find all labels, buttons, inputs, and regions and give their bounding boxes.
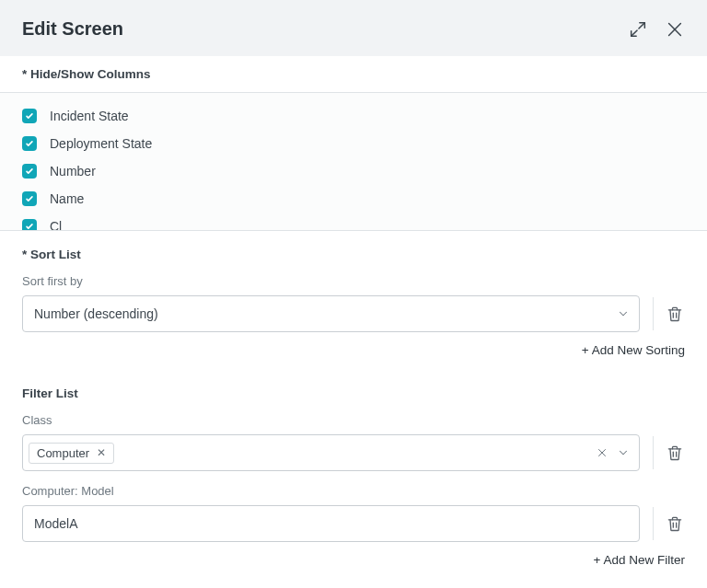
checkbox-icon[interactable] bbox=[22, 136, 37, 151]
divider bbox=[653, 507, 654, 540]
modal-header: Edit Screen bbox=[0, 0, 707, 56]
trash-icon[interactable] bbox=[665, 443, 685, 463]
filter-class-chip-wrap: Computer ✕ bbox=[29, 443, 597, 464]
filter-class-chip[interactable]: Computer ✕ bbox=[29, 443, 114, 464]
column-row-number[interactable]: Number bbox=[22, 157, 685, 185]
expand-icon[interactable] bbox=[628, 19, 648, 40]
trash-icon[interactable] bbox=[665, 513, 685, 534]
filter-class-label: Class bbox=[22, 408, 685, 434]
filter-class-select[interactable]: Computer ✕ bbox=[22, 434, 640, 471]
checkbox-icon[interactable] bbox=[22, 109, 37, 123]
filter-class-row: Computer ✕ bbox=[22, 434, 685, 471]
divider bbox=[653, 297, 654, 330]
sort-first-select[interactable]: Number (descending) bbox=[22, 295, 640, 332]
column-label: Cl bbox=[50, 219, 62, 231]
column-label: Deployment State bbox=[50, 136, 152, 151]
sort-heading: * Sort List bbox=[22, 244, 685, 269]
header-actions bbox=[628, 19, 685, 40]
checkbox-icon[interactable] bbox=[22, 164, 37, 179]
column-row-cl[interactable]: Cl bbox=[22, 213, 685, 231]
page-title: Edit Screen bbox=[22, 18, 123, 40]
sort-first-label: Sort first by bbox=[22, 269, 685, 295]
sort-section: * Sort List Sort first by Number (descen… bbox=[0, 231, 707, 364]
column-row-incident-state[interactable]: Incident State bbox=[22, 102, 685, 130]
column-row-name[interactable]: Name bbox=[22, 185, 685, 213]
columns-heading: * Hide/Show Columns bbox=[0, 56, 707, 93]
chip-remove-icon[interactable]: ✕ bbox=[97, 446, 106, 459]
close-icon[interactable] bbox=[665, 19, 685, 40]
divider bbox=[653, 436, 654, 469]
add-sorting-link[interactable]: + Add New Sorting bbox=[22, 332, 685, 364]
sort-first-row: Number (descending) bbox=[22, 295, 685, 332]
checkbox-icon[interactable] bbox=[22, 191, 37, 206]
add-filter-link[interactable]: + Add New Filter bbox=[22, 542, 685, 574]
chevron-down-icon bbox=[617, 446, 630, 459]
trash-icon[interactable] bbox=[665, 304, 685, 324]
checkbox-icon[interactable] bbox=[22, 219, 37, 231]
column-label: Number bbox=[50, 164, 96, 179]
filter-model-row: ModelA bbox=[22, 505, 685, 542]
column-label: Incident State bbox=[50, 109, 129, 123]
columns-list: Incident State Deployment State Number N… bbox=[0, 93, 707, 231]
chevron-down-icon bbox=[617, 307, 630, 320]
filter-section: Filter List Class Computer ✕ bbox=[0, 370, 707, 574]
filter-heading: Filter List bbox=[22, 383, 685, 408]
clear-icon[interactable] bbox=[597, 447, 608, 458]
chip-label: Computer bbox=[37, 446, 89, 460]
sort-first-value: Number (descending) bbox=[34, 306, 617, 321]
filter-model-value: ModelA bbox=[34, 516, 77, 531]
filter-model-label: Computer: Model bbox=[22, 471, 685, 505]
filter-model-input[interactable]: ModelA bbox=[22, 505, 640, 542]
column-label: Name bbox=[50, 191, 84, 206]
column-row-deployment-state[interactable]: Deployment State bbox=[22, 130, 685, 157]
